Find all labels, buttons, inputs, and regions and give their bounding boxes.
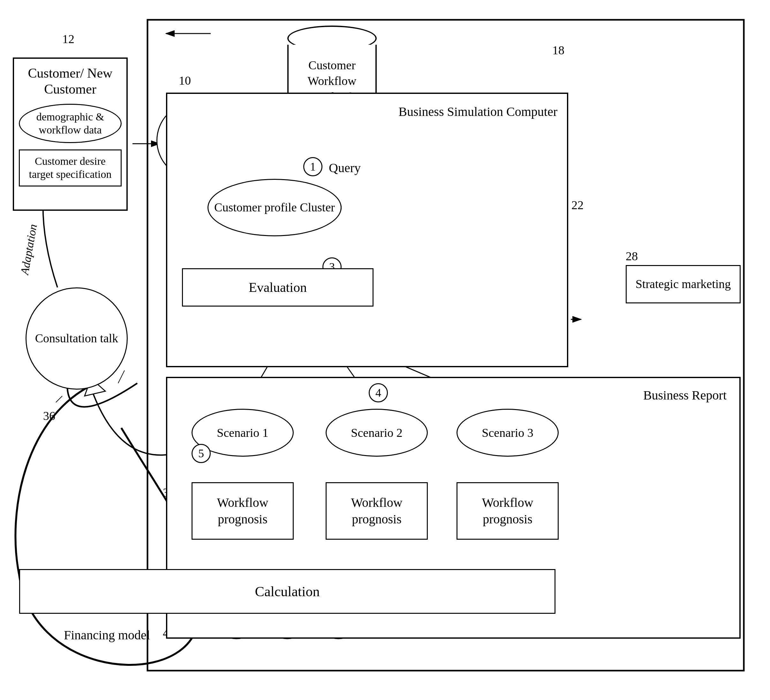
workflow-box-2: Workflow prognosis [326,482,428,540]
ref-10: 10 [179,73,191,88]
svg-line-26 [56,396,62,402]
diagram-container: 12 10 16 14 18 20 22 24 26 28 30 32 34 3… [0,0,770,700]
ref-18: 18 [552,43,565,57]
financing-model-label: Financing model [64,627,150,643]
bsc-box: Business Simulation Computer [166,92,568,367]
ref-28: 28 [626,249,638,263]
step-circle-4: 4 [369,383,388,402]
demographic-oval: demographic & workflow data [19,104,121,143]
customer-box: Customer/ New Customer demographic & wor… [13,57,128,211]
query-label: Query [329,160,361,175]
cluster-oval: Customer profile Cluster [207,179,341,236]
adaptation-label: Adaptation [18,223,40,276]
customer-box-title: Customer/ New Customer [19,65,121,97]
svg-line-25 [118,370,125,383]
scenario3-oval: Scenario 3 [456,409,559,457]
scenario2-oval: Scenario 2 [326,409,428,457]
evaluation-box: Evaluation [182,268,374,306]
calculation-box: Calculation [19,569,555,614]
step-circle-5: 5 [191,444,211,463]
strategic-marketing-box: Strategic marketing [626,265,741,303]
ref-22: 22 [571,198,584,212]
workflow-box-3: Workflow prognosis [456,482,559,540]
ref-12: 12 [62,32,74,46]
workflow-box-1: Workflow prognosis [191,482,294,540]
consultation-circle: Consultation talk [26,287,128,390]
bsc-title: Business Simulation Computer [398,104,557,120]
step-circle-1: 1 [303,157,322,176]
business-report-label: Business Report [643,388,726,403]
customer-desire-box: Customer desire target specification [19,149,121,186]
ref-36: 36 [43,409,55,423]
